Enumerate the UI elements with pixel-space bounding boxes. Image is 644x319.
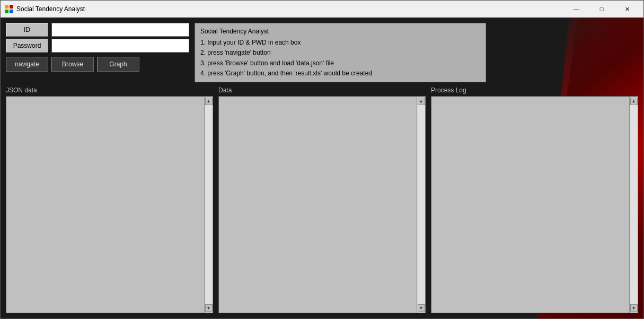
data-label: Data	[218, 87, 426, 94]
info-line-2: 2. press 'navigate' button	[200, 48, 480, 58]
svg-rect-3	[10, 10, 13, 13]
password-label-container: Password	[6, 39, 48, 53]
browse-button[interactable]: Browse	[51, 57, 94, 72]
close-button[interactable]: ✕	[615, 1, 639, 18]
process-log-label: Process Log	[431, 87, 638, 94]
info-title: Social Tendency Analyst	[200, 27, 480, 37]
panels-section: JSON data ▲ ▼ Data ▲	[6, 87, 638, 313]
data-content[interactable]: ▲ ▼	[218, 96, 426, 313]
id-label-button: ID	[6, 23, 48, 37]
svg-rect-0	[5, 5, 8, 8]
password-label-button: Password	[6, 39, 48, 53]
data-scroll-down[interactable]: ▼	[418, 304, 425, 312]
data-scrollbar[interactable]: ▲ ▼	[417, 97, 425, 313]
action-buttons: navigate Browse Graph	[6, 57, 189, 72]
svg-rect-1	[10, 5, 13, 8]
process-log-panel: Process Log ▲ ▼	[431, 87, 638, 313]
id-row: ID	[6, 23, 189, 37]
password-input[interactable]	[51, 39, 189, 53]
id-input[interactable]	[51, 23, 189, 37]
json-data-content[interactable]: ▲ ▼	[6, 96, 213, 313]
minimize-button[interactable]: —	[564, 1, 588, 18]
info-line-3: 3. press 'Browse' button and load 'data.…	[200, 58, 480, 68]
svg-rect-2	[5, 10, 8, 13]
json-scroll-down[interactable]: ▼	[205, 304, 213, 312]
data-scroll-up[interactable]: ▲	[418, 98, 425, 105]
app-icon	[5, 5, 13, 13]
top-section: ID Password navigate Browse Graph	[6, 23, 638, 82]
navigate-button[interactable]: navigate	[6, 57, 48, 72]
app-window: Social Tendency Analyst — □ ✕ ID	[0, 0, 644, 319]
process-log-scrollbar[interactable]: ▲ ▼	[629, 97, 638, 313]
process-scroll-down[interactable]: ▼	[630, 304, 638, 312]
data-scroll-track	[418, 105, 425, 304]
id-label-container: ID	[6, 23, 48, 37]
window-controls: — □ ✕	[564, 1, 639, 18]
window-title: Social Tendency Analyst	[16, 5, 564, 13]
json-data-label: JSON data	[6, 87, 213, 94]
process-scroll-up[interactable]: ▲	[630, 98, 638, 105]
info-line-1: 1. Input your ID & PWD in each box	[200, 38, 480, 48]
json-scroll-up[interactable]: ▲	[205, 98, 213, 105]
graph-button[interactable]: Graph	[97, 57, 139, 72]
title-bar: Social Tendency Analyst — □ ✕	[1, 1, 643, 18]
json-data-scrollbar[interactable]: ▲ ▼	[204, 97, 213, 313]
password-row: Password	[6, 39, 189, 53]
process-log-content[interactable]: ▲ ▼	[431, 96, 638, 313]
data-panel: Data ▲ ▼	[218, 87, 426, 313]
form-area: ID Password navigate Browse Graph	[6, 23, 189, 72]
window-content: ID Password navigate Browse Graph	[1, 18, 643, 318]
info-line-4: 4. press 'Graph' button, and then 'resul…	[200, 68, 480, 79]
json-data-panel: JSON data ▲ ▼	[6, 87, 213, 313]
json-scroll-track	[205, 105, 213, 304]
maximize-button[interactable]: □	[589, 1, 614, 18]
main-area: ID Password navigate Browse Graph	[1, 18, 643, 318]
process-scroll-track	[630, 105, 638, 304]
info-box: Social Tendency Analyst 1. Input your ID…	[195, 23, 486, 82]
